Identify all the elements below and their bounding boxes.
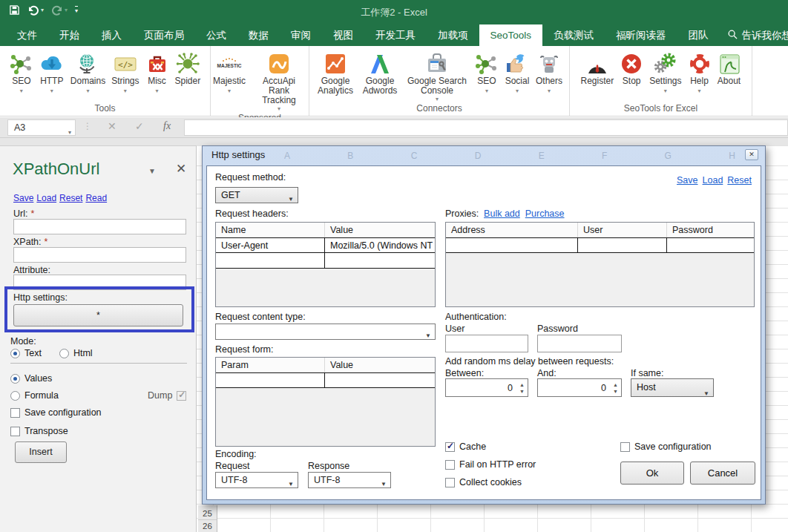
tab-team[interactable]: 团队 (677, 24, 720, 46)
if-same-select[interactable]: Host▼ (631, 378, 714, 397)
checkbox-icon[interactable] (445, 460, 455, 470)
radio-icon[interactable] (59, 349, 69, 358)
enter-entry-icon[interactable]: ✓ (135, 120, 144, 132)
ribbon-seo[interactable]: SEO ▾ (7, 50, 36, 95)
undo-icon[interactable]: ▾ (27, 5, 44, 16)
ribbon-register[interactable]: Register (578, 50, 616, 87)
checkbox-icon[interactable] (620, 442, 630, 452)
dialog-reset-link[interactable]: Reset (727, 175, 752, 185)
tab-developer[interactable]: 开发工具 (364, 24, 427, 46)
proxies-table[interactable]: Address User Password (445, 222, 755, 307)
checkbox-icon[interactable] (10, 427, 20, 436)
ribbon-help[interactable]: Help ▾ (686, 50, 714, 95)
response-encoding-select[interactable]: UTF-8▼ (308, 472, 391, 488)
spinner-down-icon[interactable]: ▼ (519, 389, 525, 394)
spinner-down-icon[interactable]: ▼ (613, 389, 618, 394)
xpath-input[interactable] (13, 247, 186, 263)
ribbon-misc[interactable]: Misc ▾ (143, 50, 171, 95)
tab-file[interactable]: 文件 (6, 24, 48, 46)
ok-button[interactable]: Ok (620, 462, 684, 485)
customize-quick-access-icon[interactable]: ▾ (75, 6, 78, 14)
undo-dropdown-caret[interactable]: ▾ (41, 7, 44, 13)
ribbon-google-analytics[interactable]: Google Analytics (314, 50, 357, 96)
tab-formulas[interactable]: 公式 (195, 24, 237, 46)
tab-page-layout[interactable]: 页面布局 (133, 24, 195, 46)
table-row-empty[interactable] (216, 253, 435, 269)
http-settings-button[interactable]: * (13, 304, 183, 326)
spinner-up-icon[interactable]: ▲ (519, 382, 525, 387)
and-spinner[interactable]: 0 ▲ ▼ (537, 378, 622, 397)
save-configuration-checkbox[interactable]: Save configuration (10, 407, 102, 418)
purchase-link[interactable]: Purchase (525, 208, 565, 219)
save-icon[interactable] (9, 4, 20, 16)
ribbon-settings[interactable]: Settings ▾ (647, 50, 683, 95)
pane-read-link[interactable]: Read (85, 193, 107, 203)
cancel-entry-icon[interactable]: ✕ (108, 120, 116, 132)
tab-insert[interactable]: 插入 (91, 24, 133, 46)
pane-menu-caret-icon[interactable]: ▼ (148, 167, 156, 175)
ribbon-strings[interactable]: </> Strings ▾ (109, 50, 141, 95)
ribbon-accuapi-rank-tracking[interactable]: AccuApi Rank Tracking ▾ (249, 50, 309, 113)
request-headers-table[interactable]: Name Value User-Agent Mozilla/5.0 (Windo… (215, 222, 436, 307)
table-row-empty[interactable] (216, 372, 435, 388)
dialog-save-configuration-checkbox[interactable]: Save configuration (620, 441, 712, 452)
request-method-select[interactable]: GET▼ (215, 187, 298, 203)
tab-home[interactable]: 开始 (48, 24, 91, 46)
ribbon-spider[interactable]: Spider (173, 50, 203, 87)
auth-user-input[interactable] (445, 335, 528, 352)
values-radio[interactable]: Values (10, 373, 52, 384)
tab-data[interactable]: 数据 (237, 24, 280, 46)
request-encoding-select[interactable]: UTF-8▼ (215, 472, 298, 488)
insert-function-icon[interactable]: fx (163, 120, 171, 132)
ribbon-social[interactable]: Social ▾ (502, 50, 532, 95)
dialog-close-icon[interactable]: ✕ (745, 149, 758, 160)
ribbon-seo-connector[interactable]: SEO ▾ (473, 50, 501, 95)
row-header-26[interactable]: 26 (198, 520, 217, 532)
checkbox-icon[interactable] (445, 478, 455, 487)
tab-addins[interactable]: 加载项 (427, 24, 479, 46)
request-form-table[interactable]: Param Value (215, 357, 436, 447)
row-header-25[interactable]: 25 (198, 508, 217, 520)
ribbon-google-adwords[interactable]: Google Adwords (358, 50, 401, 96)
mode-text-radio[interactable]: Text Html (10, 348, 93, 358)
pane-load-link[interactable]: Load (36, 193, 56, 203)
collect-cookies-checkbox[interactable]: Collect cookies (445, 477, 522, 487)
transpose-checkbox[interactable]: Transpose (10, 426, 68, 436)
between-spinner[interactable]: 0 ▲ ▼ (445, 378, 528, 397)
radio-icon[interactable] (10, 349, 20, 358)
checkbox-icon[interactable] (10, 408, 20, 418)
tell-me-search[interactable]: 告诉我你想要做什么 (720, 24, 788, 46)
ribbon-domains[interactable]: Domains ▾ (68, 50, 108, 95)
request-content-type-select[interactable]: ▼ (215, 324, 436, 340)
tab-seotools[interactable]: SeoTools (479, 24, 543, 46)
cancel-button[interactable]: Cancel (690, 462, 755, 485)
radio-icon[interactable] (10, 374, 20, 384)
ribbon-google-search-console[interactable]: Google Search Console ▾ (403, 50, 471, 103)
ribbon-http[interactable]: HTTP ▾ (37, 50, 67, 95)
tab-load-test[interactable]: 负载测试 (542, 24, 605, 46)
ribbon-others[interactable]: Others ▾ (533, 50, 565, 95)
ribbon-about[interactable]: About (715, 50, 743, 87)
radio-icon[interactable] (10, 391, 20, 401)
checkbox-icon[interactable] (445, 442, 455, 452)
pane-close-icon[interactable]: ✕ (176, 162, 186, 175)
spinner-up-icon[interactable]: ▲ (613, 382, 618, 387)
ribbon-stop[interactable]: Stop (617, 50, 646, 87)
formula-radio[interactable]: Formula (10, 390, 59, 401)
tab-view[interactable]: 视图 (322, 24, 364, 46)
tab-review[interactable]: 审阅 (280, 24, 322, 46)
tab-foxit-reader[interactable]: 福昕阅读器 (605, 24, 677, 46)
pane-reset-link[interactable]: Reset (59, 193, 82, 203)
dialog-save-link[interactable]: Save (677, 175, 698, 185)
cache-checkbox[interactable]: Cache (445, 441, 486, 452)
formula-input[interactable] (184, 119, 788, 136)
table-row[interactable]: User-Agent Mozilla/5.0 (Windows NT (216, 237, 435, 253)
table-row-empty[interactable] (446, 237, 754, 253)
dialog-load-link[interactable]: Load (703, 175, 723, 185)
pane-save-link[interactable]: Save (13, 193, 33, 203)
url-input[interactable] (13, 219, 186, 234)
ribbon-majestic[interactable]: MAJESTIC Majestic ▾ (211, 50, 248, 95)
fail-on-http-error-checkbox[interactable]: Fail on HTTP error (445, 459, 536, 470)
insert-button[interactable]: Insert (15, 441, 67, 463)
name-box[interactable]: A3 ▾ (7, 119, 76, 136)
